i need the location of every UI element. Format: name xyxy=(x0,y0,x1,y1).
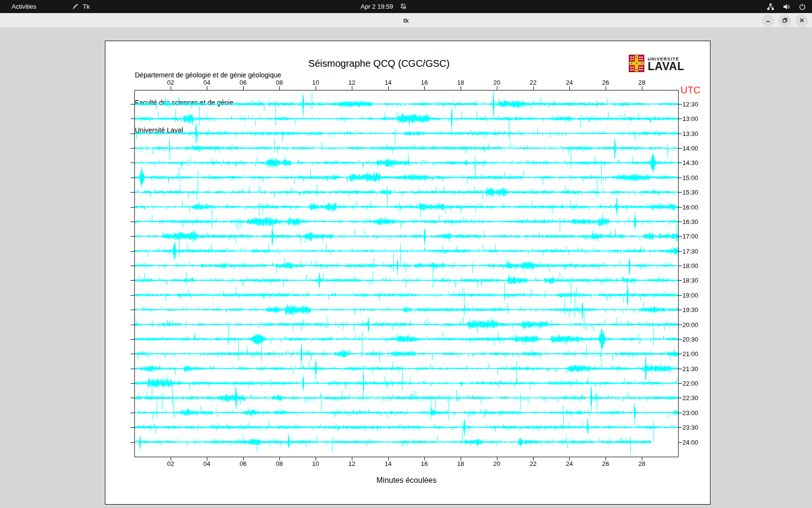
utc-time-label: 20:30 xyxy=(682,335,698,343)
x-tick-label-top: 18 xyxy=(457,79,464,86)
seismograph-canvas xyxy=(105,41,711,505)
speaker-icon xyxy=(783,3,790,11)
x-tick-label-top: 12 xyxy=(348,79,355,86)
clock-button[interactable]: Apr 2 19:59 xyxy=(361,0,407,13)
utc-time-label: 16:00 xyxy=(682,203,698,210)
x-tick-label-top: 24 xyxy=(566,79,573,86)
x-tick-label-bottom: 24 xyxy=(566,460,573,467)
utc-time-label: 17:30 xyxy=(682,247,698,254)
x-tick-label-top: 04 xyxy=(203,79,210,86)
wired-network-icon xyxy=(767,3,774,11)
x-axis-title: Minutes écoulées xyxy=(377,476,437,485)
x-tick-label-bottom: 28 xyxy=(638,460,645,467)
x-tick-label-bottom: 22 xyxy=(530,460,536,467)
x-tick-label-top: 20 xyxy=(493,79,500,86)
x-tick-label-bottom: 26 xyxy=(602,460,609,467)
utc-time-label: 14:30 xyxy=(682,159,698,166)
power-icon xyxy=(798,3,806,11)
x-tick-label-top: 02 xyxy=(167,79,174,86)
x-tick-label-bottom: 14 xyxy=(385,460,392,467)
maximize-icon xyxy=(782,16,788,25)
app-indicator-label: Tk xyxy=(83,3,89,10)
maximize-button[interactable] xyxy=(779,15,791,27)
x-tick-label-top: 08 xyxy=(276,79,283,86)
window-titlebar[interactable]: tk xyxy=(0,13,812,28)
system-status-area[interactable] xyxy=(767,0,806,13)
utc-time-label: 20:00 xyxy=(682,321,698,328)
utc-time-label: 22:00 xyxy=(682,380,698,387)
seismograph-window: Département de géologie et de génie géol… xyxy=(105,41,710,505)
utc-time-label: 23:30 xyxy=(682,424,698,431)
utc-time-label: 17:00 xyxy=(682,233,698,240)
app-indicator[interactable]: Tk xyxy=(72,3,89,10)
x-tick-label-bottom: 08 xyxy=(276,460,283,467)
utc-time-label: 12:30 xyxy=(682,101,698,108)
close-icon xyxy=(799,16,805,25)
x-tick-label-bottom: 16 xyxy=(421,460,428,467)
window-title: tk xyxy=(0,13,812,28)
x-tick-label-bottom: 18 xyxy=(457,460,464,467)
x-tick-label-top: 28 xyxy=(638,79,645,86)
x-tick-label-top: 16 xyxy=(421,79,428,86)
x-tick-label-top: 22 xyxy=(530,79,536,86)
utc-time-label: 19:30 xyxy=(682,306,698,314)
activities-button[interactable]: Activities xyxy=(5,0,43,13)
x-tick-label-bottom: 06 xyxy=(240,460,246,467)
utc-time-label: 18:30 xyxy=(682,277,698,284)
utc-time-label: 16:30 xyxy=(682,218,698,225)
utc-time-label: 21:30 xyxy=(682,365,698,372)
x-tick-label-bottom: 10 xyxy=(312,460,319,467)
x-tick-label-bottom: 04 xyxy=(203,460,210,467)
utc-label: UTC xyxy=(681,85,700,96)
close-button[interactable] xyxy=(796,15,808,27)
x-tick-label-top: 10 xyxy=(312,79,319,86)
utc-time-label: 22:30 xyxy=(682,394,698,402)
utc-time-label: 14:00 xyxy=(682,145,698,152)
utc-time-label: 21:00 xyxy=(682,350,698,358)
gnome-top-bar: Activities Tk Apr 2 19:59 xyxy=(0,0,812,13)
x-tick-label-top: 14 xyxy=(385,79,392,86)
utc-time-label: 24:00 xyxy=(682,438,698,446)
x-tick-label-bottom: 20 xyxy=(493,460,500,467)
clock-label: Apr 2 19:59 xyxy=(361,3,393,10)
x-tick-label-top: 26 xyxy=(602,79,609,86)
minimize-icon xyxy=(765,16,771,25)
x-tick-label-bottom: 02 xyxy=(167,460,174,467)
utc-time-label: 19:00 xyxy=(682,291,698,299)
utc-time-label: 23:00 xyxy=(682,409,698,416)
tk-feather-icon xyxy=(72,3,79,10)
utc-time-label: 13:00 xyxy=(682,115,698,122)
bell-muted-icon xyxy=(400,3,407,10)
activities-label: Activities xyxy=(12,3,36,10)
utc-time-label: 18:00 xyxy=(682,262,698,269)
utc-time-label: 15:30 xyxy=(682,189,698,196)
utc-time-label: 15:00 xyxy=(682,174,698,181)
x-tick-label-bottom: 12 xyxy=(348,460,355,467)
x-tick-label-top: 06 xyxy=(240,79,246,86)
utc-time-label: 13:30 xyxy=(682,130,698,137)
minimize-button[interactable] xyxy=(762,15,774,27)
